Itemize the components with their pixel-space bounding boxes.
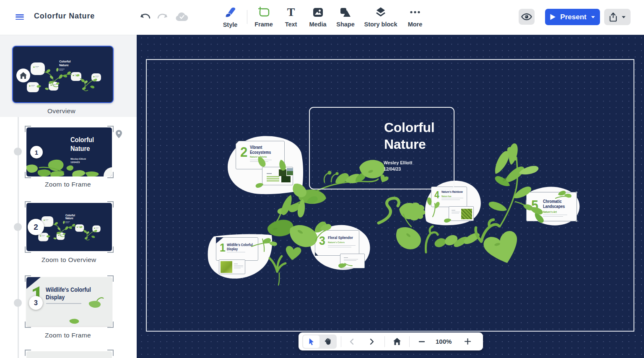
svg-text:T: T: [287, 7, 295, 18]
svg-text:Colorful: Colorful: [59, 60, 70, 63]
svg-text:Colorful: Colorful: [65, 214, 75, 217]
svg-text:Nature: Nature: [59, 63, 69, 67]
svg-text:Nature: Nature: [65, 217, 73, 220]
